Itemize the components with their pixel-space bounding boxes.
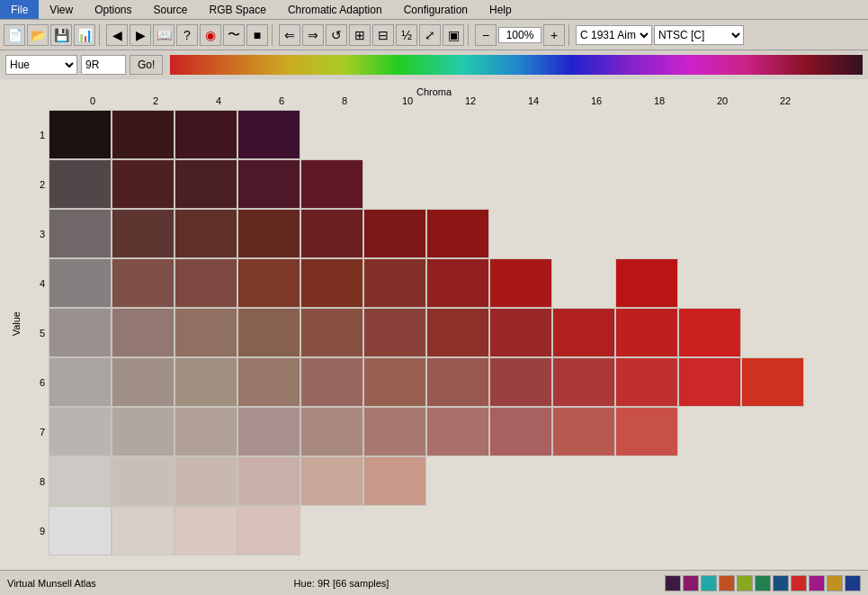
menu-file[interactable]: File bbox=[0, 0, 39, 19]
color-cell[interactable] bbox=[112, 110, 174, 159]
color-cell[interactable] bbox=[741, 506, 804, 555]
book-button[interactable]: 📖 bbox=[153, 24, 174, 46]
color-cell[interactable] bbox=[426, 110, 489, 159]
color-cell[interactable] bbox=[237, 308, 300, 357]
color-cell[interactable] bbox=[112, 456, 174, 506]
status-swatch[interactable] bbox=[701, 575, 717, 591]
menu-source[interactable]: Source bbox=[143, 0, 199, 19]
color-cell[interactable] bbox=[426, 258, 489, 308]
color-cell[interactable] bbox=[49, 110, 112, 159]
arrow-right-button[interactable]: ⇒ bbox=[302, 24, 324, 46]
color-cell[interactable] bbox=[49, 308, 112, 357]
color-cell[interactable] bbox=[112, 258, 174, 308]
color-cell[interactable] bbox=[174, 159, 237, 209]
color-cell[interactable] bbox=[741, 209, 804, 258]
status-swatch[interactable] bbox=[683, 575, 699, 591]
color-cell[interactable] bbox=[300, 110, 363, 159]
color-cell[interactable] bbox=[300, 506, 363, 555]
color-cell[interactable] bbox=[741, 357, 804, 407]
color-cell[interactable] bbox=[741, 258, 804, 308]
color-cell[interactable] bbox=[300, 209, 363, 258]
color-cell[interactable] bbox=[678, 308, 741, 357]
status-swatch[interactable] bbox=[809, 575, 825, 591]
status-swatch[interactable] bbox=[827, 575, 843, 591]
aim-select[interactable]: C 1931 Aim bbox=[576, 25, 652, 45]
color-cell[interactable] bbox=[237, 209, 300, 258]
color-cell[interactable] bbox=[300, 456, 363, 506]
status-swatch[interactable] bbox=[719, 575, 735, 591]
color-cell[interactable] bbox=[489, 506, 552, 555]
color-cell[interactable] bbox=[300, 308, 363, 357]
menu-rgb-space[interactable]: RGB Space bbox=[199, 0, 277, 19]
hue-input[interactable] bbox=[81, 55, 126, 75]
color-cell[interactable] bbox=[489, 407, 552, 456]
color-cell[interactable] bbox=[174, 506, 237, 555]
color-cell[interactable] bbox=[615, 308, 678, 357]
color-cell[interactable] bbox=[615, 357, 678, 407]
color-cell[interactable] bbox=[615, 407, 678, 456]
color-cell[interactable] bbox=[174, 456, 237, 506]
color-cell[interactable] bbox=[741, 110, 804, 159]
color-cell[interactable] bbox=[363, 456, 426, 506]
hue-select[interactable]: Hue bbox=[5, 55, 77, 75]
color-cell[interactable] bbox=[174, 357, 237, 407]
color-cell[interactable] bbox=[615, 456, 678, 506]
color-cell[interactable] bbox=[741, 456, 804, 506]
color-cell[interactable] bbox=[426, 357, 489, 407]
color-cell[interactable] bbox=[552, 407, 615, 456]
monitor-button[interactable]: ▣ bbox=[443, 24, 464, 46]
color-cell[interactable] bbox=[489, 159, 552, 209]
back-button[interactable]: ◀ bbox=[106, 24, 128, 46]
color-cell[interactable] bbox=[741, 159, 804, 209]
color-cell[interactable] bbox=[615, 110, 678, 159]
open-button[interactable]: 📂 bbox=[27, 24, 49, 46]
plus-zoom-button[interactable]: + bbox=[543, 24, 565, 46]
color-cell[interactable] bbox=[49, 456, 112, 506]
color-cell[interactable] bbox=[552, 209, 615, 258]
color-cell[interactable] bbox=[426, 308, 489, 357]
color-cell[interactable] bbox=[426, 159, 489, 209]
color-cell[interactable] bbox=[552, 308, 615, 357]
color-cell[interactable] bbox=[49, 159, 112, 209]
color-cell[interactable] bbox=[426, 407, 489, 456]
color-cell[interactable] bbox=[112, 407, 174, 456]
menu-help[interactable]: Help bbox=[479, 0, 523, 19]
status-swatch[interactable] bbox=[845, 575, 861, 591]
color-cell[interactable] bbox=[300, 159, 363, 209]
color-cell[interactable] bbox=[237, 456, 300, 506]
color-cell[interactable] bbox=[489, 357, 552, 407]
color-cell[interactable] bbox=[237, 159, 300, 209]
color-cell[interactable] bbox=[489, 209, 552, 258]
color-cell[interactable] bbox=[49, 209, 112, 258]
menu-chromatic-adaption[interactable]: Chromatic Adaption bbox=[277, 0, 393, 19]
color-cell[interactable] bbox=[363, 357, 426, 407]
color-cell[interactable] bbox=[300, 357, 363, 407]
menu-configuration[interactable]: Configuration bbox=[393, 0, 479, 19]
color-cell[interactable] bbox=[426, 456, 489, 506]
color-wheel-button[interactable]: ◉ bbox=[200, 24, 221, 46]
forward-button[interactable]: ▶ bbox=[130, 24, 151, 46]
half-button[interactable]: ½ bbox=[396, 24, 417, 46]
color-cell[interactable] bbox=[363, 506, 426, 555]
color-cell[interactable] bbox=[552, 506, 615, 555]
status-swatch[interactable] bbox=[665, 575, 681, 591]
split-button[interactable]: ⊟ bbox=[372, 24, 394, 46]
color-cell[interactable] bbox=[112, 506, 174, 555]
color-cell[interactable] bbox=[552, 258, 615, 308]
color-cell[interactable] bbox=[174, 308, 237, 357]
color-cell[interactable] bbox=[112, 209, 174, 258]
status-swatch[interactable] bbox=[791, 575, 807, 591]
color-cell[interactable] bbox=[489, 258, 552, 308]
arrow-left-button[interactable]: ⇐ bbox=[279, 24, 300, 46]
color-cell[interactable] bbox=[552, 159, 615, 209]
color-cell[interactable] bbox=[363, 209, 426, 258]
color-cell[interactable] bbox=[678, 506, 741, 555]
color-cell[interactable] bbox=[615, 159, 678, 209]
color-cell[interactable] bbox=[363, 258, 426, 308]
curve-button[interactable]: 〜 bbox=[223, 24, 245, 46]
color-cell[interactable] bbox=[112, 357, 174, 407]
help-btn[interactable]: ? bbox=[176, 24, 198, 46]
color-cell[interactable] bbox=[237, 258, 300, 308]
color-cell[interactable] bbox=[174, 407, 237, 456]
color-cell[interactable] bbox=[300, 258, 363, 308]
